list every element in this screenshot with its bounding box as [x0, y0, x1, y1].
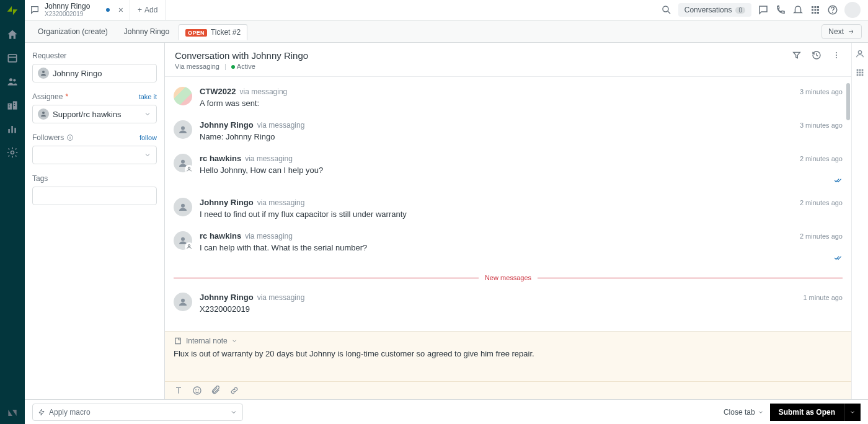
message-via: via messaging — [240, 87, 288, 96]
svg-rect-11 — [11, 126, 13, 133]
tab-requester[interactable]: Johnny Ringo — [117, 24, 176, 40]
talk-icon[interactable] — [758, 4, 769, 15]
conversation-header: Conversation with Johnny Ringo Via messa… — [165, 43, 851, 77]
assignee-label: Assignee* — [32, 92, 68, 101]
submit-dropdown-button[interactable] — [844, 404, 861, 421]
svg-rect-22 — [812, 12, 813, 14]
svg-rect-23 — [815, 12, 817, 14]
followers-label: Followers — [32, 133, 74, 142]
chevron-down-icon — [849, 409, 856, 415]
svg-point-45 — [193, 387, 201, 394]
text-format-icon[interactable] — [174, 386, 184, 395]
svg-point-35 — [836, 55, 837, 56]
status-dot-icon — [231, 65, 235, 69]
reporting-icon[interactable] — [6, 123, 19, 135]
avatar — [174, 154, 192, 172]
svg-rect-10 — [8, 129, 10, 133]
unsaved-dot-icon — [106, 8, 110, 12]
composer-mode-label: Internal note — [186, 337, 228, 345]
read-receipt-icon — [200, 176, 843, 185]
admin-icon[interactable] — [6, 146, 19, 159]
apps-panel-icon[interactable] — [855, 68, 865, 77]
tab-ticket[interactable]: OPENTicket #2 — [179, 24, 247, 40]
new-messages-divider: New messages — [174, 274, 843, 281]
assignee-value: Support/rc hawkins — [53, 110, 122, 119]
svg-point-3 — [13, 79, 16, 81]
svg-marker-33 — [794, 52, 800, 58]
search-icon[interactable] — [661, 4, 672, 15]
zendesk-products-icon[interactable] — [6, 407, 19, 419]
chevron-down-icon — [231, 338, 237, 344]
svg-line-15 — [668, 11, 670, 14]
info-icon — [66, 134, 74, 141]
followers-field[interactable] — [32, 146, 157, 164]
message-author: Johnny Ringo — [200, 120, 254, 130]
zendesk-logo-icon — [6, 4, 19, 17]
profile-avatar[interactable] — [844, 2, 861, 18]
follow-link[interactable]: follow — [140, 134, 157, 141]
conversations-count: 0 — [735, 7, 745, 14]
requester-field[interactable]: Johnny Ringo — [32, 64, 157, 82]
plus-icon: + — [138, 6, 142, 14]
message: Johnny Ringovia messaging3 minutes agoNa… — [174, 114, 843, 148]
home-icon[interactable] — [6, 29, 19, 41]
message: rc hawkinsvia messaging2 minutes agoI ca… — [174, 225, 843, 269]
conversation-scroll[interactable]: CTW2022via messaging3 minutes agoA form … — [165, 77, 851, 331]
composer: Internal note Flux is out of warranty by… — [165, 331, 851, 399]
svg-point-39 — [188, 167, 190, 169]
message-time: 3 minutes ago — [800, 121, 843, 129]
workspace-tab[interactable]: Johnny Ringo X2320002019 × — [25, 0, 130, 20]
scrollbar-thumb[interactable] — [846, 83, 850, 120]
composer-textarea[interactable]: Flux is out of warranty by 20 days but J… — [165, 348, 851, 381]
history-icon[interactable] — [812, 50, 822, 60]
svg-rect-7 — [9, 107, 10, 108]
emoji-icon[interactable] — [192, 386, 202, 395]
svg-point-26 — [833, 12, 833, 12]
svg-marker-58 — [39, 409, 44, 415]
requester-value: Johnny Ringo — [53, 69, 102, 78]
more-icon[interactable] — [831, 50, 841, 60]
views-icon[interactable] — [6, 52, 19, 64]
svg-rect-24 — [817, 12, 819, 14]
next-ticket-button[interactable]: Next — [822, 24, 862, 39]
customers-icon[interactable] — [6, 76, 19, 88]
link-icon[interactable] — [229, 386, 239, 395]
apply-macro-select[interactable]: Apply macro — [32, 404, 243, 421]
avatar — [174, 293, 192, 311]
organizations-icon[interactable] — [6, 99, 19, 112]
message-via: via messaging — [257, 293, 305, 302]
composer-mode-select[interactable]: Internal note — [165, 332, 851, 348]
help-icon[interactable] — [827, 4, 838, 15]
avatar — [174, 120, 192, 139]
tags-label: Tags — [32, 174, 157, 183]
svg-rect-55 — [857, 74, 859, 76]
tab-organization[interactable]: Organization (create) — [31, 24, 115, 40]
apps-icon[interactable] — [810, 4, 821, 15]
svg-rect-54 — [862, 72, 864, 74]
close-tab-button[interactable]: Close tab — [724, 408, 764, 417]
close-tab-label: Close tab — [724, 408, 755, 417]
avatar — [174, 198, 192, 216]
filter-icon[interactable] — [792, 50, 802, 60]
assignee-field[interactable]: Support/rc hawkins — [32, 105, 157, 123]
take-it-link[interactable]: take it — [139, 93, 157, 100]
svg-point-14 — [663, 6, 668, 12]
svg-rect-56 — [859, 74, 861, 76]
conversations-button[interactable]: Conversations 0 — [678, 3, 751, 17]
notifications-icon[interactable] — [792, 4, 804, 15]
close-tab-icon[interactable]: × — [118, 6, 123, 14]
user-context-icon[interactable] — [855, 49, 865, 59]
context-rail — [852, 43, 868, 399]
svg-point-36 — [836, 57, 837, 58]
phone-icon[interactable] — [775, 4, 786, 15]
tags-field[interactable] — [32, 187, 157, 205]
attachment-icon[interactable] — [211, 386, 221, 395]
svg-point-2 — [9, 78, 12, 81]
add-tab-button[interactable]: + Add — [130, 0, 166, 20]
svg-point-46 — [196, 389, 197, 390]
submit-button[interactable]: Submit as Open — [770, 404, 844, 421]
svg-point-28 — [42, 71, 45, 73]
message-author: Johnny Ringo — [200, 198, 254, 207]
svg-rect-44 — [175, 338, 180, 343]
message-text: I can help with that. What is the serial… — [200, 243, 843, 252]
